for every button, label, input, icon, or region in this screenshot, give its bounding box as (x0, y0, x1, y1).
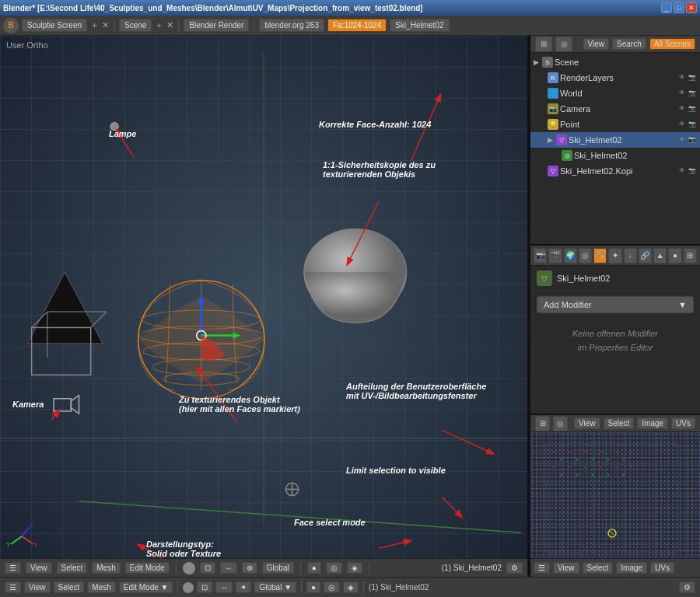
3d-viewport[interactable]: User Ortho (0, 36, 529, 577)
svg-rect-42 (546, 444, 678, 553)
blender-org-btn[interactable]: blender.org 263 (259, 19, 324, 32)
obj-mode-1[interactable]: ● (307, 562, 321, 574)
select-menu[interactable]: Select (57, 562, 88, 574)
bottom-transform[interactable]: ↔ (215, 581, 233, 593)
outliner-item-ski-helmet-kopi[interactable]: ▽ Ski_Helmet02.Kopi 👁 📷 (530, 163, 700, 179)
vis-cam-6[interactable]: 📷 (688, 166, 697, 176)
viewport-label: User Ortho (6, 40, 48, 50)
add-modifier-button[interactable]: Add Modifier ▼ (537, 296, 694, 313)
bottom-select[interactable]: Select (54, 581, 85, 593)
mesh-menu[interactable]: Mesh (92, 562, 120, 574)
outliner-item-ski-helmet[interactable]: ▶ ▽ Ski_Helmet02 👁 📷 (530, 132, 700, 148)
vis-eye-3[interactable]: 👁 (677, 104, 687, 113)
bottom-face-sel-3[interactable]: ◈ (343, 581, 359, 593)
uv-select-menu[interactable]: Select (583, 562, 614, 574)
outliner-icon-1[interactable]: ⊞ (535, 37, 552, 52)
wire-btn[interactable]: ⊡ (200, 562, 215, 574)
bottom-face-sel-1[interactable]: ● (306, 581, 320, 593)
statusbar-sep-1 (176, 562, 177, 574)
vis-cam-2[interactable]: 📷 (688, 89, 697, 98)
vis-eye-4[interactable]: 👁 (677, 120, 687, 129)
bottom-global[interactable]: Global ▼ (254, 581, 296, 593)
vis-eye-1[interactable]: 👁 (677, 73, 687, 82)
uv-uvs-menu[interactable]: UVs (650, 562, 674, 574)
uv-view-btn[interactable]: View (574, 417, 600, 429)
outliner-item-point[interactable]: 💡 Point 👁 📷 (530, 117, 700, 132)
blender-logo[interactable]: B (3, 18, 19, 33)
bottom-settings[interactable]: ⚙ (679, 581, 695, 593)
props-icon-obj[interactable]: ◎ (579, 248, 592, 264)
render-engine-selector[interactable]: Blender Render (184, 19, 249, 32)
mode-selector[interactable]: Edit Mode (125, 562, 170, 574)
bottom-mesh[interactable]: Mesh (87, 581, 115, 593)
snap-btn[interactable]: ⊕ (242, 562, 257, 574)
props-icon-modifier[interactable]: 🔧 (593, 248, 607, 264)
props-icon-phys[interactable]: ↓ (624, 248, 637, 264)
minimize-button[interactable]: _ (661, 2, 672, 13)
transform-btn[interactable]: ↔ (220, 562, 237, 574)
close-button[interactable]: ✕ (686, 2, 697, 13)
uv-icon-1[interactable]: ⊞ (535, 416, 550, 431)
outliner-item-world[interactable]: 🌐 World 👁 📷 (530, 86, 700, 101)
vis-cam-4[interactable]: 📷 (688, 120, 697, 129)
object-info-text: (1) Ski_Helmet02 (442, 564, 502, 572)
helmet-vis: 👁 📷 (677, 135, 697, 145)
outliner-item-ski-helmet-sub[interactable]: ◎ Ski_Helmet02 (530, 148, 700, 163)
props-icon-render[interactable]: 📷 (534, 248, 547, 264)
scene-selector[interactable]: Scene (119, 19, 152, 32)
world-name: World (560, 89, 676, 98)
outliner-item-camera[interactable]: 📷 Camera 👁 📷 (530, 101, 700, 117)
uv-icon-2[interactable]: ◎ (553, 416, 568, 431)
props-icon-material[interactable]: ● (668, 248, 681, 264)
props-icon-world[interactable]: 🌍 (564, 248, 577, 264)
uv-uvs-btn[interactable]: UVs (671, 417, 695, 429)
bottom-dot[interactable] (183, 582, 194, 593)
outliner-icon-2[interactable]: ◎ (555, 37, 572, 52)
outliner-all-scenes-btn[interactable]: All Scenes (649, 38, 695, 50)
vis-cam-1[interactable]: 📷 (688, 73, 697, 82)
uv-content[interactable] (530, 432, 700, 558)
viewport-options-btn[interactable]: ⚙ (506, 562, 523, 574)
view-menu[interactable]: View (26, 562, 52, 574)
screen-plus-icon[interactable]: ＋ (90, 19, 99, 31)
menu-btn-view[interactable]: ☰ (5, 562, 21, 574)
uv-image-menu[interactable]: Image (616, 562, 647, 574)
scene-x-icon[interactable]: ✕ (166, 20, 173, 30)
screen-x-icon[interactable]: ✕ (102, 20, 109, 30)
bottom-view[interactable]: View (24, 581, 51, 593)
outliner-view-btn[interactable]: View (583, 38, 610, 50)
props-icon-data[interactable]: ▲ (653, 248, 667, 264)
global-selector[interactable]: Global (262, 562, 294, 574)
bottom-wire[interactable]: ⊡ (197, 581, 212, 593)
outliner-item-scene[interactable]: ▶ S Scene (530, 54, 700, 70)
outliner-item-renderlayers[interactable]: R RenderLayers 👁 📷 (530, 70, 700, 86)
face-count-btn[interactable]: Fa:1024-1024 (327, 19, 387, 32)
uv-image-btn[interactable]: Image (637, 417, 668, 429)
vis-eye-6[interactable]: 👁 (677, 166, 687, 176)
props-icon-constraints[interactable]: 🔗 (639, 248, 652, 264)
bottom-menu[interactable]: ☰ (5, 581, 21, 593)
bottom-snap[interactable]: ✦ (236, 581, 251, 593)
vis-eye-5[interactable]: 👁 (677, 135, 687, 145)
obj-mode-2[interactable]: ◎ (326, 562, 342, 574)
vis-eye-2[interactable]: 👁 (677, 89, 687, 98)
screen-selector[interactable]: Sculptie Screen (22, 19, 87, 32)
uv-select-btn[interactable]: Select (604, 417, 635, 429)
uv-menu-btn[interactable]: ☰ (534, 562, 550, 574)
vis-cam-5[interactable]: 📷 (688, 135, 697, 145)
vis-cam-3[interactable]: 📷 (688, 104, 697, 113)
solid-sphere-btn[interactable] (183, 562, 195, 574)
outliner: ⊞ ◎ View Search All Scenes ▶ S Scene R (530, 36, 700, 246)
bottom-face-sel-2[interactable]: ◎ (324, 581, 340, 593)
obj-mode-3[interactable]: ◈ (347, 562, 362, 574)
props-icon-texture[interactable]: ⊞ (684, 248, 697, 264)
helmet-name-btn[interactable]: Ski_Helmet02 (390, 19, 449, 32)
outliner-search-btn[interactable]: Search (612, 38, 646, 50)
bottom-mode-edit[interactable]: Edit Mode ▼ (119, 581, 173, 593)
maximize-button[interactable]: □ (674, 2, 684, 13)
props-icon-particles[interactable]: ✦ (608, 248, 621, 264)
uv-view-menu[interactable]: View (553, 562, 579, 574)
scene-plus-icon[interactable]: ＋ (155, 19, 163, 31)
props-icon-scene[interactable]: 🎬 (548, 248, 562, 264)
statusbar-sep-2 (300, 562, 301, 574)
